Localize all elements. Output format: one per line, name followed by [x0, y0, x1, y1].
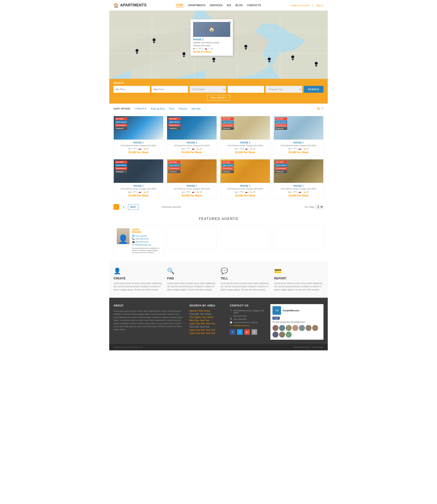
- property-title[interactable]: HOUSE 1: [115, 185, 161, 187]
- list-view-icon[interactable]: ≡: [322, 106, 323, 111]
- nav-contacts[interactable]: CONTACTS: [247, 4, 261, 7]
- agent-card: DAVIDBROWN 🌐 View website 📞 800-2345-678…: [114, 225, 163, 257]
- nav-blog[interactable]: BLOG: [235, 4, 243, 7]
- sort-price[interactable]: Price: [169, 107, 174, 110]
- popup-bed-count: 4: [196, 48, 197, 50]
- map-marker-3[interactable]: [182, 52, 186, 57]
- map-marker-1[interactable]: [135, 49, 139, 54]
- agent-website-link[interactable]: 🌐 View website: [132, 235, 160, 237]
- sort-add-date[interactable]: Add date: [191, 107, 201, 110]
- nav-services[interactable]: SERVICES: [210, 4, 223, 7]
- location-input[interactable]: [228, 86, 264, 93]
- agents-section-title: FEATURED AGENTS: [114, 217, 323, 221]
- search-bar: SEARCH $ US Dollar Property Type SEARCH …: [109, 79, 328, 104]
- map-marker-9[interactable]: [314, 62, 318, 67]
- twitter-button[interactable]: t: [237, 329, 243, 335]
- footer-email-link[interactable]: Info@demolink.org: [233, 324, 249, 327]
- property-type-select[interactable]: Property Type: [266, 86, 302, 93]
- badge-hot: Hot Offer: [115, 117, 127, 120]
- property-title[interactable]: HOUSE 1: [222, 185, 268, 187]
- page-2-button[interactable]: 2: [121, 204, 126, 210]
- features-section: 👤 CREATE Lorem ipsum dolor sit amet cons…: [109, 261, 328, 298]
- garage-feature: 🚗 1: [192, 148, 196, 150]
- page-1-button[interactable]: 1: [114, 204, 119, 210]
- badge-foreclosure: Foreclosure: [168, 167, 180, 170]
- map-marker-8[interactable]: [291, 55, 295, 60]
- feature-create-title: CREATE: [114, 277, 163, 280]
- footer-about-text: Lorem ipsum dolor sit amet conse ctetur …: [114, 310, 184, 331]
- sort-pictures[interactable]: Pictures: [179, 107, 187, 110]
- badge-featured: Featured: [168, 170, 180, 173]
- agent-phone1-link[interactable]: 📞 800-2345-6789: [132, 238, 160, 240]
- badge-hot: Hot Offer: [115, 161, 127, 163]
- search-button[interactable]: SEARCH: [304, 86, 323, 93]
- badge-open: Open House: [222, 164, 234, 167]
- search-link-7[interactable]: Upper East Side, New York: [189, 332, 225, 334]
- agent-photo: [117, 228, 129, 244]
- email-social-button[interactable]: ✉: [252, 329, 257, 335]
- property-card: Hot Offer Open House Foreclosure Feature…: [167, 116, 217, 156]
- next-page-button[interactable]: NEXT: [128, 204, 139, 210]
- house-popup: ✕ HOUSE 1 Address: 4578 Marmora Road, Gl…: [190, 19, 233, 56]
- map-background: ✕ HOUSE 1 Address: 4578 Marmora Road, Gl…: [109, 11, 328, 79]
- search-link-3[interactable]: West Side, New York: [189, 319, 225, 322]
- property-title[interactable]: HOUSE 1: [276, 141, 322, 144]
- property-image: Hot Offer Open House Foreclosure Feature…: [220, 116, 270, 140]
- widget-like-button[interactable]: f Like: [272, 317, 280, 320]
- search-link-4[interactable]: Upper East Side, New York: [189, 323, 225, 325]
- map-marker-5[interactable]: [212, 57, 216, 63]
- sort-listing-id[interactable]: Listing ID ▾: [135, 107, 146, 110]
- property-title[interactable]: HOUSE 1: [169, 141, 215, 144]
- currency-select[interactable]: $ US Dollar: [190, 86, 226, 93]
- googleplus-button[interactable]: g+: [244, 329, 250, 335]
- nav-idx[interactable]: IDX: [227, 4, 231, 7]
- feature-tell: 💬 TELL Lorem ipsum dolor sit amet conse …: [221, 267, 270, 291]
- property-title[interactable]: HOUSE 1: [222, 141, 268, 144]
- create-account-link[interactable]: Create an account: [290, 4, 310, 7]
- bath-feature: 🚿 2: [293, 148, 297, 150]
- per-page-select[interactable]: 3: [316, 205, 323, 209]
- min-price-input[interactable]: [114, 86, 150, 93]
- max-price-input[interactable]: [151, 86, 188, 93]
- search-link-6[interactable]: Upper East Side, New York: [189, 329, 225, 331]
- area-feature: 📐 25: [144, 148, 149, 150]
- property-card: Hot Offer Open House Foreclosure Feature…: [114, 116, 163, 156]
- search-link-2[interactable]: The Heights, New Jersey: [189, 316, 225, 318]
- footer-hours: 🕐 Mon-Sat 8:00 am to 6:00 pm: [230, 321, 265, 323]
- badge-hot: Hot Offer: [222, 161, 234, 163]
- nav-home[interactable]: HOME: [176, 3, 183, 7]
- property-title[interactable]: HOUSE 1: [276, 185, 322, 187]
- property-title[interactable]: HOUSE 1: [169, 185, 215, 187]
- avatar-2: [279, 325, 285, 331]
- badge-hot: Hot Offer: [168, 161, 180, 163]
- popup-property-image: [193, 22, 230, 37]
- results-count: 9 Results returned.: [161, 206, 181, 208]
- sort-build-area[interactable]: Build up Area: [151, 107, 165, 110]
- popup-bath-icon: 🚿: [199, 48, 201, 50]
- agent-phone2-link[interactable]: 📠 800-2345-6790: [132, 241, 160, 243]
- property-address: 4578 Marmora Road, Glasgow D04 89GR: [169, 144, 215, 147]
- search-link-0[interactable]: Bayonne, New Jersey: [189, 310, 225, 312]
- property-title[interactable]: HOUSE 1: [115, 141, 161, 144]
- feature-create: 👤 CREATE Lorem ipsum dolor sit amet cons…: [114, 267, 163, 291]
- agent-email-link[interactable]: ✉ Info@demosite.org: [132, 244, 160, 246]
- badge-featured: Featured: [115, 170, 127, 173]
- property-image: Hot Offer Open House Foreclosure Feature…: [274, 116, 323, 140]
- property-price: $3,000 Per Week: [169, 151, 215, 154]
- property-info: HOUSE 1 4578 Marmora Road, Glasgow D04 8…: [220, 183, 270, 199]
- map-marker-6[interactable]: [244, 45, 248, 50]
- search-link-1[interactable]: Greenville, New Jersey: [189, 313, 225, 315]
- nav-apartments[interactable]: APARTMENTS: [188, 4, 205, 7]
- popup-features: 🛏 4 🚿 2 🚗 1 25: [193, 48, 230, 50]
- map-marker-2[interactable]: [152, 38, 156, 43]
- sign-in-link[interactable]: Sign In: [316, 4, 323, 7]
- grid-view-icon[interactable]: ⊞: [317, 106, 320, 111]
- map-marker-7[interactable]: [267, 57, 271, 63]
- facebook-button[interactable]: f: [230, 329, 235, 335]
- search-link-5[interactable]: West Side, New York: [189, 326, 225, 328]
- sort-section: SORT OPTION: Listing ID ▾ Build up Area …: [109, 104, 328, 114]
- logo-icon: 🏠: [114, 3, 119, 8]
- area-feature: 📐 25: [250, 191, 255, 193]
- more-options-button[interactable]: More options ▾: [207, 95, 230, 101]
- phone2-icon: 📠: [230, 318, 232, 320]
